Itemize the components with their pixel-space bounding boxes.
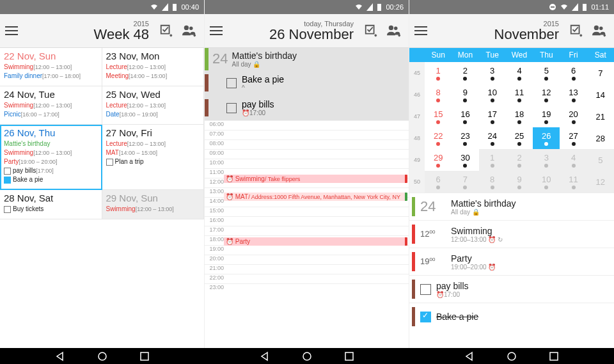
month-day-cell[interactable]: 1 (425, 62, 452, 84)
month-day-cell[interactable]: 5 (587, 149, 614, 171)
home-icon[interactable] (302, 351, 312, 361)
month-day-cell[interactable]: 14 (587, 84, 614, 106)
week-cell[interactable]: 29 Nov, SunSwimming[12:00 – 13:00] (102, 190, 205, 219)
month-day-cell[interactable]: 8 (425, 84, 452, 106)
menu-icon[interactable] (414, 22, 432, 40)
event-line[interactable]: Mattie's birthday (4, 139, 98, 148)
agenda-row[interactable]: Bake a pie (409, 303, 614, 330)
back-icon[interactable] (260, 351, 270, 361)
checkbox-icon[interactable] (226, 78, 237, 88)
event-line[interactable]: Lecture[12:00 – 13:00] (106, 63, 200, 72)
week-cell[interactable]: 27 Nov, FriLecture[12:00 – 13:00]MAT[14:… (102, 125, 205, 190)
month-day-cell[interactable]: 16 (452, 106, 478, 127)
hour-row[interactable]: 06:00 (205, 120, 409, 130)
week-cell[interactable]: 25 Nov, WedLecture[12:00 – 13:00]Date[18… (102, 86, 205, 125)
checkbox-icon[interactable] (420, 284, 431, 295)
new-task-icon[interactable] (567, 21, 586, 40)
month-day-cell[interactable]: 15 (425, 106, 452, 127)
week-cell[interactable]: 23 Nov, MonLecture[12:00 – 13:00]Meeting… (102, 48, 205, 86)
week-cell[interactable]: 22 Nov, SunSwimming[12:00 – 13:00]Family… (0, 48, 102, 86)
hour-row[interactable]: 09:00 (205, 149, 409, 159)
week-cell[interactable]: 28 Nov, SatBuy tickets (0, 190, 102, 219)
agenda-row[interactable]: 1900Party19:00–20:00 ⏰ (409, 248, 614, 275)
month-day-cell[interactable]: 9 (452, 84, 478, 106)
timed-event[interactable]: ⏰ Swimming / Take flippers (224, 175, 407, 183)
month-day-cell[interactable]: 17 (479, 106, 506, 127)
header-title[interactable]: 2015 Week 48 (27, 20, 153, 42)
hour-row[interactable]: 19:00 (205, 245, 409, 255)
month-day-cell[interactable]: 21 (587, 106, 614, 127)
new-task-icon[interactable] (361, 21, 381, 40)
month-day-cell[interactable]: 25 (506, 127, 533, 149)
week-cell[interactable]: 26 Nov, ThuMattie's birthdaySwimming[12:… (0, 125, 102, 190)
home-icon[interactable] (507, 351, 517, 361)
event-line[interactable]: Swimming[12:00 – 13:00] (4, 148, 98, 157)
month-day-cell[interactable]: 24 (479, 127, 506, 149)
month-day-cell[interactable]: 1 (479, 149, 506, 171)
month-day-cell[interactable]: 10 (479, 84, 506, 106)
month-day-cell[interactable]: 6 (425, 171, 452, 193)
hour-row[interactable]: 17:00 (205, 226, 409, 235)
task-row[interactable]: pay bills⏰17:00 (205, 95, 409, 120)
month-day-cell[interactable]: 5 (533, 62, 560, 84)
hour-row[interactable]: 15:00 (205, 207, 409, 216)
month-day-cell[interactable]: 30 (452, 149, 478, 171)
agenda-row[interactable]: pay bills⏰17:00 (409, 275, 614, 303)
hour-row[interactable]: 21:00 (205, 264, 409, 274)
month-day-cell[interactable]: 28 (587, 127, 614, 149)
hour-row[interactable]: 08:00 (205, 139, 409, 149)
back-icon[interactable] (55, 351, 65, 361)
event-line[interactable]: Bake a pie (4, 175, 98, 184)
timed-event[interactable]: ⏰ MAT / Address:1000 Fifth Avenue, Manha… (224, 193, 407, 201)
month-day-cell[interactable]: 2 (452, 62, 478, 84)
hour-row[interactable]: 22:00 (205, 274, 409, 283)
menu-icon[interactable] (210, 22, 228, 40)
event-line[interactable]: Swimming[12:00 – 13:00] (106, 205, 200, 214)
agenda-row[interactable]: 24Mattie's birthdayAll day 🔒 (409, 193, 614, 220)
hour-row[interactable]: 07:00 (205, 130, 409, 139)
month-day-cell[interactable]: 4 (560, 149, 586, 171)
month-day-cell[interactable]: 2 (506, 149, 533, 171)
event-line[interactable]: Swimming[12:00 – 13:00] (4, 101, 98, 110)
task-row[interactable]: Bake a pie^ (205, 70, 409, 95)
event-line[interactable]: Meeting[14:00 – 15:00] (106, 72, 200, 81)
event-line[interactable]: Swimming[12:00 – 13:00] (4, 63, 98, 72)
hour-row[interactable]: 16:00 (205, 216, 409, 226)
hour-row[interactable]: 23:00 (205, 283, 409, 293)
checkbox-icon[interactable] (226, 103, 237, 113)
event-line[interactable]: Picnic[16:00 – 17:00] (4, 110, 98, 119)
hour-grid[interactable]: 06:0007:0008:0009:0010:0011:0012:0013:00… (205, 120, 409, 348)
month-day-cell[interactable]: 13 (560, 84, 586, 106)
event-line[interactable]: Lecture[12:00 – 13:00] (106, 139, 200, 148)
month-day-cell[interactable]: 22 (425, 127, 452, 149)
event-line[interactable]: Plan a trip (106, 157, 200, 166)
month-day-cell[interactable]: 18 (506, 106, 533, 127)
month-day-cell[interactable]: 27 (560, 127, 586, 149)
month-day-cell[interactable]: 19 (533, 106, 560, 127)
month-day-cell[interactable]: 10 (533, 171, 560, 193)
month-day-cell[interactable]: 23 (452, 127, 478, 149)
event-line[interactable]: Date[18:00 – 19:00] (106, 110, 200, 119)
hour-row[interactable]: 20:00 (205, 255, 409, 264)
month-day-cell[interactable]: 11 (560, 171, 586, 193)
month-day-cell[interactable]: 26 (533, 127, 560, 149)
header-title[interactable]: 2015 November (436, 20, 563, 42)
month-day-cell[interactable]: 11 (506, 84, 533, 106)
recent-icon[interactable] (549, 351, 559, 361)
back-icon[interactable] (464, 351, 475, 361)
menu-icon[interactable] (5, 22, 23, 40)
month-day-cell[interactable]: 12 (533, 84, 560, 106)
month-day-cell[interactable]: 12 (587, 171, 614, 193)
event-line[interactable]: MAT[14:00 – 15:00] (106, 148, 200, 157)
month-day-cell[interactable]: 7 (452, 171, 478, 193)
recent-icon[interactable] (344, 351, 354, 361)
month-day-cell[interactable]: 3 (533, 149, 560, 171)
event-line[interactable]: Buy tickets (4, 205, 98, 214)
recent-icon[interactable] (139, 351, 150, 361)
new-event-icon[interactable] (590, 21, 609, 40)
week-cell[interactable]: 24 Nov, TueSwimming[12:00 – 13:00]Picnic… (0, 86, 102, 125)
event-line[interactable]: Family dinner[17:00 – 18:00] (4, 72, 98, 81)
event-line[interactable]: pay bills[17:00] (4, 166, 98, 175)
new-event-icon[interactable] (384, 21, 404, 40)
event-line[interactable]: Party[19:00 – 20:00] (4, 157, 98, 166)
